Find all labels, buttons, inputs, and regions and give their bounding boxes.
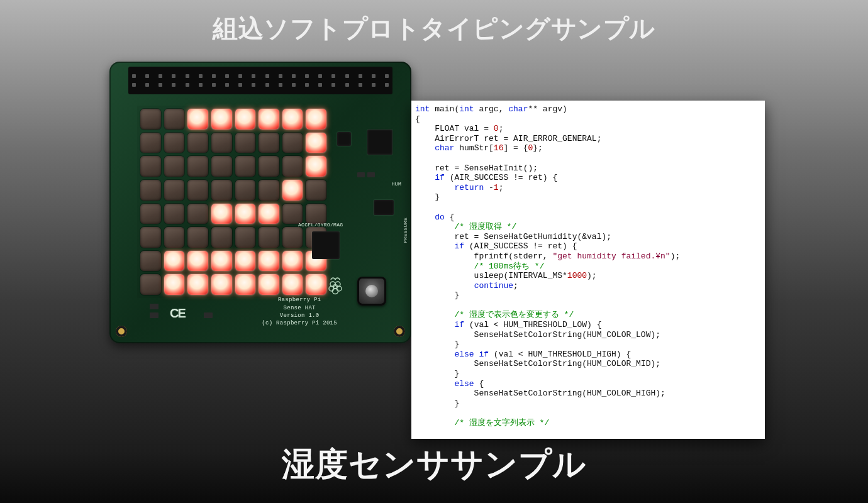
led-pixel bbox=[164, 180, 185, 201]
led-pixel bbox=[140, 156, 161, 177]
led-pixel bbox=[282, 227, 303, 248]
ce-mark: CE bbox=[170, 306, 185, 321]
smd-component bbox=[150, 304, 159, 309]
led-pixel bbox=[164, 227, 185, 248]
led-pixel bbox=[187, 274, 208, 295]
led-pixel bbox=[211, 274, 232, 295]
led-pixel bbox=[306, 156, 326, 177]
led-pixel bbox=[140, 133, 161, 153]
led-pixel bbox=[259, 204, 279, 224]
led-pixel bbox=[259, 133, 279, 153]
led-matrix bbox=[137, 106, 330, 298]
led-pixel bbox=[306, 180, 326, 201]
led-pixel bbox=[187, 109, 208, 130]
led-pixel bbox=[259, 109, 279, 130]
led-pixel bbox=[235, 180, 256, 201]
led-pixel bbox=[282, 156, 303, 177]
gpio-header bbox=[128, 67, 392, 94]
led-pixel bbox=[187, 156, 208, 177]
silk-pressure: PRESSURE bbox=[403, 218, 408, 243]
code-content: int main(int argc, char** argv) { FLOAT … bbox=[411, 101, 765, 432]
smd-component bbox=[204, 312, 213, 318]
led-pixel bbox=[211, 227, 232, 248]
led-pixel bbox=[164, 274, 185, 295]
led-pixel bbox=[164, 156, 185, 177]
led-pixel bbox=[187, 180, 208, 201]
code-snippet-panel: int main(int argc, char** argv) { FLOAT … bbox=[411, 101, 765, 439]
led-pixel bbox=[259, 156, 279, 177]
led-pixel bbox=[282, 251, 303, 272]
led-pixel bbox=[187, 227, 208, 248]
slide-title-bottom: 湿度センササンプル bbox=[11, 443, 857, 487]
led-pixel bbox=[306, 274, 326, 295]
led-pixel bbox=[282, 133, 303, 153]
silk-accel: ACCEL/GYRO/MAG bbox=[298, 222, 343, 228]
joystick bbox=[357, 277, 386, 306]
led-pixel bbox=[235, 274, 256, 295]
led-pixel bbox=[235, 227, 256, 248]
led-pixel bbox=[211, 109, 232, 130]
led-pixel bbox=[211, 133, 232, 153]
led-pixel bbox=[211, 156, 232, 177]
led-pixel bbox=[282, 204, 303, 224]
ic-chip bbox=[312, 231, 340, 259]
led-pixel bbox=[211, 180, 232, 201]
slide-frame: 組込ソフトプロトタイピングサンプル Raspberry Pi Sense HAT… bbox=[11, 0, 857, 498]
led-pixel bbox=[235, 109, 256, 130]
led-pixel bbox=[259, 180, 279, 201]
led-pixel bbox=[282, 109, 303, 130]
led-pixel bbox=[140, 274, 161, 295]
led-pixel bbox=[140, 180, 161, 201]
led-pixel bbox=[235, 156, 256, 177]
led-pixel bbox=[140, 109, 161, 130]
led-pixel bbox=[259, 274, 279, 295]
ic-chip bbox=[367, 130, 392, 155]
led-pixel bbox=[306, 109, 326, 130]
led-pixel bbox=[211, 251, 232, 272]
led-pixel bbox=[164, 133, 185, 153]
raspberry-logo-icon bbox=[327, 275, 343, 296]
ic-chip bbox=[337, 132, 351, 146]
led-pixel bbox=[235, 204, 256, 224]
led-pixel bbox=[235, 133, 256, 153]
led-pixel bbox=[235, 251, 256, 272]
led-pixel bbox=[259, 227, 279, 248]
slide-title-top: 組込ソフトプロトタイピングサンプル bbox=[11, 11, 857, 46]
led-pixel bbox=[211, 204, 232, 224]
silk-brand: Raspberry Pi Sense HAT Version 1.0 (c) R… bbox=[262, 296, 337, 327]
led-pixel bbox=[164, 204, 185, 224]
led-pixel bbox=[140, 227, 161, 248]
sense-hat-board: Raspberry Pi Sense HAT Version 1.0 (c) R… bbox=[109, 62, 411, 343]
smd-component bbox=[357, 172, 365, 177]
led-pixel bbox=[187, 251, 208, 272]
led-pixel bbox=[164, 109, 185, 130]
led-pixel bbox=[306, 133, 326, 153]
led-pixel bbox=[282, 274, 303, 295]
led-pixel bbox=[259, 251, 279, 272]
smd-component bbox=[367, 172, 375, 177]
led-pixel bbox=[187, 133, 208, 153]
led-pixel bbox=[282, 180, 303, 201]
led-pixel bbox=[140, 251, 161, 272]
ic-chip bbox=[374, 200, 394, 215]
led-pixel bbox=[187, 204, 208, 224]
led-pixel bbox=[140, 204, 161, 224]
silk-hum: HUM bbox=[392, 181, 401, 187]
led-pixel bbox=[306, 204, 326, 224]
smd-component bbox=[150, 312, 159, 318]
led-pixel bbox=[164, 251, 185, 272]
